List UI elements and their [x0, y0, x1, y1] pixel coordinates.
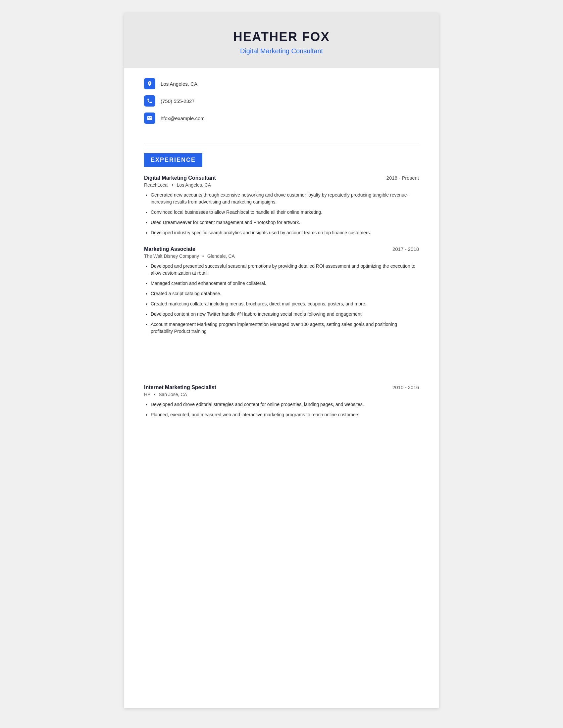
job-1-header: Digital Marketing Consultant 2018 - Pres… [144, 175, 419, 181]
list-item: Developed industry specific search analy… [151, 229, 419, 236]
job-3-header: Internet Marketing Specialist 2010 - 201… [144, 385, 419, 390]
location-text: Los Angeles, CA [161, 81, 197, 87]
list-item: Developed and presented successful seaso… [151, 263, 419, 277]
job-3-company: HP • San Jose, CA [144, 392, 419, 397]
resume-header: HEATHER FOX Digital Marketing Consultant [124, 13, 439, 68]
section-spacer [144, 345, 419, 385]
job-3-title: Internet Marketing Specialist [144, 385, 216, 390]
job-2-header: Marketing Associate 2017 - 2018 [144, 246, 419, 252]
job-1-bullets: Generated new accounts through extensive… [144, 192, 419, 236]
job-1-dates: 2018 - Present [387, 175, 419, 181]
location-icon [144, 78, 155, 89]
experience-section-header: EXPERIENCE [144, 153, 202, 167]
job-2-bullets: Developed and presented successful seaso… [144, 263, 419, 335]
job-2-dates: 2017 - 2018 [393, 246, 419, 252]
list-item: Convinced local businesses to allow Reac… [151, 209, 419, 216]
list-item: Created marketing collateral including m… [151, 300, 419, 307]
job-1-company: ReachLocal • Los Angeles, CA [144, 182, 419, 188]
contact-location: Los Angeles, CA [144, 78, 419, 89]
candidate-title: Digital Marketing Consultant [131, 47, 432, 55]
list-item: Managed creation and enhancement of onli… [151, 280, 419, 287]
job-2-title: Marketing Associate [144, 246, 195, 252]
contact-section: Los Angeles, CA (750) 555-2327 hfox@exam… [124, 68, 439, 136]
job-3-bullets: Developed and drove editorial strategies… [144, 401, 419, 418]
candidate-name: HEATHER FOX [131, 30, 432, 44]
list-item: Developed content on new Twitter handle … [151, 311, 419, 318]
job-entry-3: Internet Marketing Specialist 2010 - 201… [144, 385, 419, 418]
list-item: Used Dreamweaver for content management … [151, 219, 419, 226]
list-item: Developed and drove editorial strategies… [151, 401, 419, 408]
resume-page: HEATHER FOX Digital Marketing Consultant… [124, 13, 439, 708]
list-item: Created a script catalog database. [151, 290, 419, 297]
email-icon [144, 113, 155, 124]
experience-section: EXPERIENCE Digital Marketing Consultant … [124, 143, 439, 432]
job-entry-1: Digital Marketing Consultant 2018 - Pres… [144, 175, 419, 236]
list-item: Account management Marketing program imp… [151, 321, 419, 335]
phone-text: (750) 555-2327 [161, 98, 195, 104]
job-3-dates: 2010 - 2016 [393, 385, 419, 390]
contact-email: hfox@example.com [144, 113, 419, 124]
email-text: hfox@example.com [161, 115, 205, 121]
job-1-title: Digital Marketing Consultant [144, 175, 216, 181]
phone-icon [144, 95, 155, 107]
job-entry-2: Marketing Associate 2017 - 2018 The Walt… [144, 246, 419, 335]
job-2-company: The Walt Disney Company • Glendale, CA [144, 253, 419, 259]
list-item: Generated new accounts through extensive… [151, 192, 419, 205]
list-item: Planned, executed, and measured web and … [151, 411, 419, 418]
contact-phone: (750) 555-2327 [144, 95, 419, 107]
